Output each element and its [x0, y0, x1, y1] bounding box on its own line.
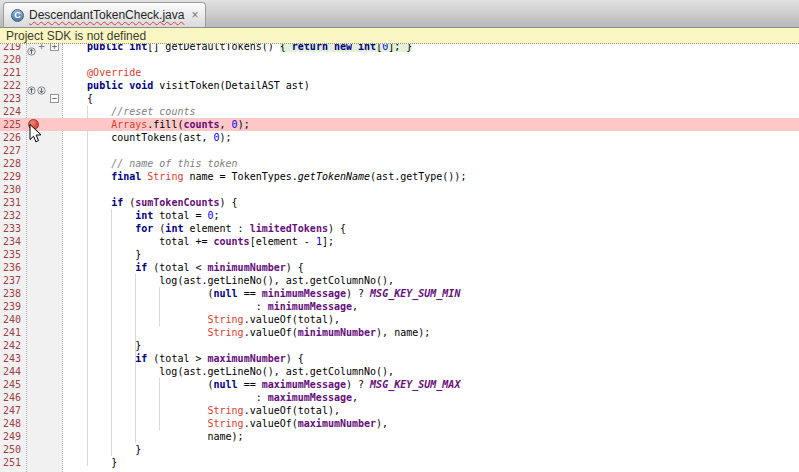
line-number[interactable]: 242 — [0, 339, 26, 352]
fold-strip[interactable] — [48, 196, 62, 209]
fold-strip[interactable] — [48, 157, 62, 170]
code-line-text[interactable]: String.valueOf(total), — [62, 313, 799, 326]
fold-strip[interactable] — [48, 235, 62, 248]
code-line-text[interactable]: // name of this token — [62, 157, 799, 170]
code-line[interactable]: 237 log(ast.getLineNo(), ast.getColumnNo… — [0, 274, 799, 287]
code-line[interactable]: 250 } — [0, 443, 799, 456]
code-line-text[interactable]: } — [62, 456, 799, 469]
line-number[interactable]: 244 — [0, 365, 26, 378]
line-number[interactable]: 221 — [0, 66, 26, 79]
gutter-icon-strip[interactable] — [26, 430, 48, 443]
fold-strip[interactable] — [48, 417, 62, 430]
code-line[interactable]: 246 : maximumMessage, — [0, 391, 799, 404]
fold-strip[interactable] — [48, 66, 62, 79]
code-line[interactable]: 231 if (sumTokenCounts) { — [0, 196, 799, 209]
fold-strip[interactable] — [48, 53, 62, 66]
code-line[interactable]: 222 public void visitToken(DetailAST ast… — [0, 79, 799, 92]
code-line-text[interactable]: } — [62, 248, 799, 261]
gutter-icon-strip[interactable] — [26, 404, 48, 417]
code-line[interactable]: 232 int total = 0; — [0, 209, 799, 222]
line-number[interactable]: 238 — [0, 287, 26, 300]
code-line[interactable]: 243 if (total > maximumNumber) { — [0, 352, 799, 365]
code-line-text[interactable]: public void visitToken(DetailAST ast) — [62, 79, 799, 92]
line-number[interactable]: 240 — [0, 313, 26, 326]
gutter-icon-strip[interactable] — [26, 196, 48, 209]
gutter-icon-strip[interactable] — [26, 183, 48, 196]
line-number[interactable]: 225 — [0, 118, 26, 131]
fold-strip[interactable] — [48, 222, 62, 235]
line-number[interactable]: 232 — [0, 209, 26, 222]
code-line-text[interactable]: //reset counts — [62, 105, 799, 118]
code-line-text[interactable]: String.valueOf(minimumNumber), name); — [62, 326, 799, 339]
line-number[interactable]: 224 — [0, 105, 26, 118]
gutter-icon-strip[interactable] — [26, 248, 48, 261]
fold-strip[interactable] — [48, 261, 62, 274]
code-line[interactable]: 220 — [0, 53, 799, 66]
fold-strip[interactable] — [48, 352, 62, 365]
gutter-icon-strip[interactable] — [26, 235, 48, 248]
gutter-icon-strip[interactable] — [26, 352, 48, 365]
code-line-text[interactable]: name); — [62, 430, 799, 443]
code-line-text[interactable]: final String name = TokenTypes.getTokenN… — [62, 170, 799, 183]
code-editor[interactable]: 219++ public int[] getDefaultTokens() { … — [0, 28, 799, 472]
gutter-icon-strip[interactable] — [26, 313, 48, 326]
line-number[interactable]: 250 — [0, 443, 26, 456]
fold-strip[interactable] — [48, 339, 62, 352]
code-line-text[interactable]: { — [62, 92, 799, 105]
line-number[interactable]: 248 — [0, 417, 26, 430]
code-line-text[interactable] — [62, 183, 799, 196]
fold-strip[interactable] — [48, 287, 62, 300]
line-number[interactable]: 239 — [0, 300, 26, 313]
gutter-icon-strip[interactable] — [26, 209, 48, 222]
gutter-icon-strip[interactable] — [26, 443, 48, 456]
gutter-icon-strip[interactable] — [26, 157, 48, 170]
line-number[interactable]: 234 — [0, 235, 26, 248]
line-number[interactable]: 236 — [0, 261, 26, 274]
tab-descendanttokencheck[interactable]: C DescendantTokenCheck.java × — [3, 2, 206, 27]
line-number[interactable]: 241 — [0, 326, 26, 339]
fold-strip[interactable] — [48, 144, 62, 157]
code-line[interactable]: 236 if (total < minimumNumber) { — [0, 261, 799, 274]
gutter-icon-strip[interactable] — [26, 326, 48, 339]
code-line[interactable]: 239 : minimumMessage, — [0, 300, 799, 313]
fold-strip[interactable] — [48, 131, 62, 144]
line-number[interactable]: 245 — [0, 378, 26, 391]
line-number[interactable]: 237 — [0, 274, 26, 287]
gutter-icon-strip[interactable] — [26, 391, 48, 404]
fold-strip[interactable] — [48, 326, 62, 339]
gutter-icon-strip[interactable] — [26, 79, 48, 92]
fold-strip[interactable] — [48, 404, 62, 417]
code-line-text[interactable]: log(ast.getLineNo(), ast.getColumnNo(), — [62, 274, 799, 287]
fold-strip[interactable] — [48, 183, 62, 196]
line-number[interactable]: 247 — [0, 404, 26, 417]
code-line-text[interactable]: if (total < minimumNumber) { — [62, 261, 799, 274]
code-line[interactable]: 225 Arrays.fill(counts, 0); — [0, 118, 799, 131]
line-number[interactable]: 220 — [0, 53, 26, 66]
line-number[interactable]: 249 — [0, 430, 26, 443]
fold-strip[interactable]: − — [48, 92, 62, 105]
code-line-text[interactable]: log(ast.getLineNo(), ast.getColumnNo(), — [62, 365, 799, 378]
code-line-text[interactable]: String.valueOf(total), — [62, 404, 799, 417]
fold-strip[interactable] — [48, 118, 62, 131]
fold-strip[interactable] — [48, 300, 62, 313]
code-line[interactable]: 249 name); — [0, 430, 799, 443]
gutter-icon-strip[interactable] — [26, 170, 48, 183]
line-number[interactable]: 235 — [0, 248, 26, 261]
code-line-text[interactable]: : maximumMessage, — [62, 391, 799, 404]
code-line[interactable]: 242 } — [0, 339, 799, 352]
code-line-text[interactable]: } — [62, 443, 799, 456]
fold-strip[interactable] — [48, 443, 62, 456]
code-line[interactable]: 228 // name of this token — [0, 157, 799, 170]
line-number[interactable]: 223 — [0, 92, 26, 105]
fold-strip[interactable] — [48, 378, 62, 391]
code-line-text[interactable]: (null == minimumMessage) ? MSG_KEY_SUM_M… — [62, 287, 799, 300]
gutter-icon-strip[interactable] — [26, 53, 48, 66]
gutter-icon-strip[interactable] — [26, 300, 48, 313]
code-line-text[interactable]: for (int element : limitedTokens) { — [62, 222, 799, 235]
code-line-text[interactable]: countTokens(ast, 0); — [62, 131, 799, 144]
code-line[interactable]: 238 (null == minimumMessage) ? MSG_KEY_S… — [0, 287, 799, 300]
fold-strip[interactable] — [48, 313, 62, 326]
fold-strip[interactable] — [48, 170, 62, 183]
gutter-icon-strip[interactable] — [26, 456, 48, 469]
line-number[interactable]: 228 — [0, 157, 26, 170]
